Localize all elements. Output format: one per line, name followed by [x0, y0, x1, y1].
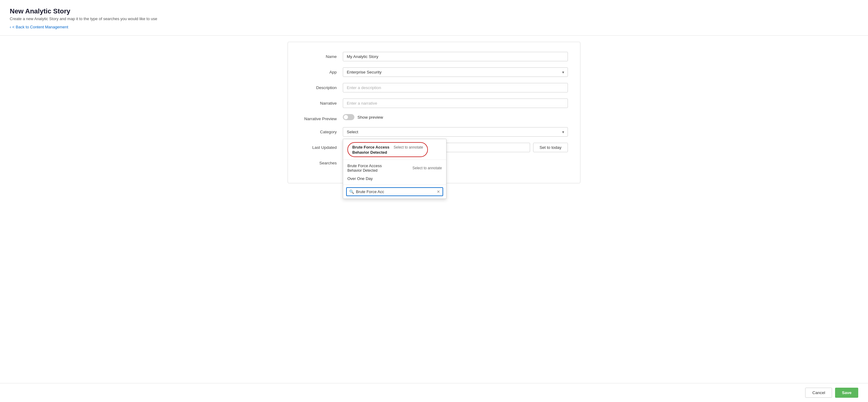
toggle-slider: [343, 114, 354, 120]
page-header: New Analytic Story Create a new Analytic…: [10, 7, 858, 29]
page-wrapper: New Analytic Story Create a new Analytic…: [0, 0, 868, 402]
dropdown-search-input-wrap: 🔍 ✕: [346, 187, 443, 196]
dropdown-highlighted-title: Brute Force Access: [352, 145, 390, 150]
search-icon: 🔍: [349, 189, 354, 194]
category-row: Category Select ▼ Brute Force Access Sel…: [300, 127, 568, 137]
form-container: Name App Enterprise Security Search Splu…: [288, 42, 580, 183]
header-divider: [0, 35, 868, 36]
last-updated-label: Last Updated: [300, 143, 343, 150]
dropdown-highlighted-section: Brute Force Access Select to annotate Be…: [343, 139, 446, 160]
description-row: Description: [300, 83, 568, 92]
description-input[interactable]: [343, 83, 568, 92]
set-today-button[interactable]: Set to today: [533, 143, 568, 152]
dropdown-search-area: 🔍 ✕: [343, 185, 446, 198]
dropdown-search-clear-icon[interactable]: ✕: [437, 189, 440, 194]
app-field-wrap: Enterprise Security Search SplunkForward…: [343, 67, 568, 77]
app-select-wrap: Enterprise Security Search SplunkForward…: [343, 67, 568, 77]
dropdown-highlighted-subtitle: Behavior Detected: [352, 150, 423, 155]
dropdown-regular-items: Brute Force AccessBehavior Detected Sele…: [343, 160, 446, 185]
narrative-row: Narrative: [300, 98, 568, 108]
narrative-preview-wrap: Show preview: [343, 114, 568, 120]
searches-label: Searches: [300, 158, 343, 165]
category-field-wrap: Select ▼ Brute Force Access Select to an…: [343, 127, 568, 137]
app-row: App Enterprise Security Search SplunkFor…: [300, 67, 568, 77]
back-arrow-icon: ‹: [10, 25, 11, 29]
dropdown-item-over-one-day-text: Over One Day: [347, 176, 373, 181]
category-dropdown-popup: Brute Force Access Select to annotate Be…: [343, 139, 446, 199]
back-link-text: < Back to Content Management: [12, 25, 68, 29]
name-row: Name: [300, 52, 568, 61]
category-select[interactable]: Select: [343, 127, 568, 137]
category-label: Category: [300, 127, 343, 134]
dropdown-highlighted-inner[interactable]: Brute Force Access Select to annotate Be…: [347, 142, 428, 157]
name-field-wrap: [343, 52, 568, 61]
back-link[interactable]: ‹ < Back to Content Management: [10, 25, 68, 29]
description-field-wrap: [343, 83, 568, 92]
cancel-button[interactable]: Cancel: [805, 388, 832, 398]
page-title: New Analytic Story: [10, 7, 858, 15]
description-label: Description: [300, 83, 343, 90]
dropdown-item-brute-force-text: Brute Force AccessBehavior Detected: [347, 163, 382, 173]
name-input[interactable]: [343, 52, 568, 61]
dropdown-item-over-one-day[interactable]: Over One Day: [343, 175, 446, 183]
narrative-field-wrap: [343, 98, 568, 108]
app-select[interactable]: Enterprise Security Search SplunkForward…: [343, 67, 568, 77]
category-select-wrap: Select ▼: [343, 127, 568, 137]
dropdown-item-brute-force-annotate: Select to annotate: [412, 166, 442, 170]
name-label: Name: [300, 52, 343, 59]
narrative-preview-row: Narrative Preview Show preview: [300, 114, 568, 121]
show-preview-toggle[interactable]: [343, 114, 354, 120]
narrative-preview-label: Narrative Preview: [300, 114, 343, 121]
narrative-label: Narrative: [300, 98, 343, 105]
show-preview-label: Show preview: [358, 115, 383, 120]
page-subtitle: Create a new Analytic Story and map it t…: [10, 17, 858, 21]
narrative-preview-inner: Show preview: [343, 114, 568, 120]
narrative-input[interactable]: [343, 98, 568, 108]
app-label: App: [300, 67, 343, 74]
page-footer: Cancel Save: [0, 383, 868, 402]
dropdown-item-brute-force[interactable]: Brute Force AccessBehavior Detected Sele…: [343, 162, 446, 175]
save-button[interactable]: Save: [835, 388, 858, 398]
dropdown-search-input[interactable]: [356, 189, 437, 194]
dropdown-highlighted-annotate: Select to annotate: [394, 145, 423, 150]
